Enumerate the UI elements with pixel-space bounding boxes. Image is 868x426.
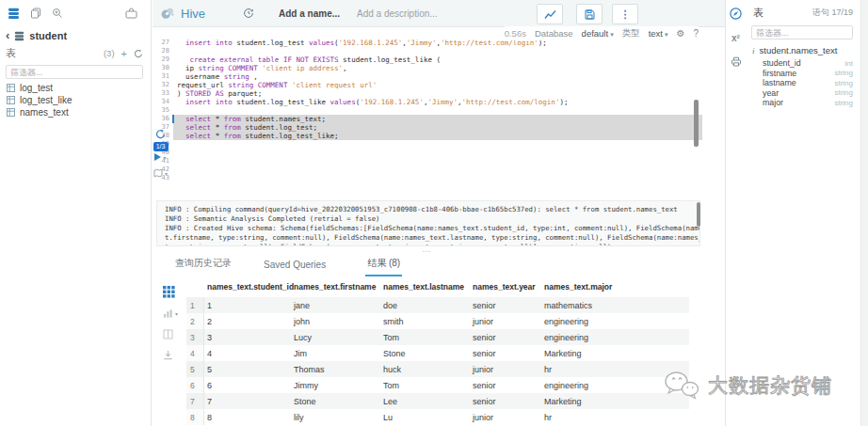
sidebar-table-item[interactable]: names_text xyxy=(0,106,151,118)
explain-menu-button[interactable]: ▾ xyxy=(153,168,169,178)
code-line[interactable]: 37 select * from student.log_test; xyxy=(153,123,702,132)
code-line[interactable]: 36 select * from student.names_text; xyxy=(153,115,702,123)
database-name: student xyxy=(29,30,67,41)
code-line[interactable]: 31 username string , xyxy=(153,72,702,81)
table-cell: 6 xyxy=(204,381,294,390)
table-row[interactable]: 33LucyTomseniorengineering xyxy=(186,329,689,345)
query-name-field[interactable]: Add a name... xyxy=(279,8,340,19)
help-icon[interactable]: ? xyxy=(693,28,699,39)
refresh-tables-icon[interactable] xyxy=(134,49,143,58)
grid-view-icon[interactable] xyxy=(163,286,178,298)
gear-icon[interactable]: ⚙ xyxy=(676,28,684,39)
table-cell: mathematics xyxy=(544,301,689,310)
databases-icon[interactable] xyxy=(8,8,20,20)
sidebar-filter-input[interactable] xyxy=(6,65,143,79)
code-line[interactable]: 38 select * from student.log_test_like; xyxy=(153,132,702,140)
search-icon[interactable] xyxy=(52,8,63,19)
editor-assistant-icon[interactable] xyxy=(730,8,742,20)
row-number: 8 xyxy=(186,409,204,425)
snippet-settings-bar: 0.56s Database default▾ 类型 text▾ ⚙ ? xyxy=(505,26,699,40)
results-header-row: names_text.student_idnames_text.firstnam… xyxy=(186,276,689,297)
table-name: log_test_like xyxy=(20,95,72,105)
type-select[interactable]: text▾ xyxy=(649,28,668,39)
column-header[interactable]: names_text.firstname xyxy=(294,282,383,292)
table-cell: 3 xyxy=(204,333,294,342)
tab-saved-queries[interactable]: Saved Queries xyxy=(262,257,328,276)
assist-title: 表 xyxy=(753,6,764,20)
column-name: lastname xyxy=(763,78,796,87)
code-line[interactable]: 29 create external table IF NOT EXISTS s… xyxy=(153,55,702,64)
tab-query-history[interactable]: 查询历史记录 xyxy=(173,254,233,276)
table-row[interactable]: 55Thomashuckjuniorhr xyxy=(186,361,689,377)
assist-column-row[interactable]: lastnamestring xyxy=(746,78,860,88)
table-name: log_test xyxy=(20,83,53,93)
table-row[interactable]: 88lilyLujuniorhr xyxy=(186,409,689,425)
table-row[interactable]: 77StoneLeeseniorMarketing xyxy=(186,393,689,409)
assist-column-row[interactable]: firstnamestring xyxy=(746,69,860,79)
row-number: 6 xyxy=(186,377,204,393)
page-scrollbar-gutter[interactable] xyxy=(860,0,868,426)
re-execute-icon[interactable] xyxy=(153,129,169,139)
columns-icon[interactable] xyxy=(163,329,178,339)
table-row[interactable]: 44JimStoneseniorMarketing xyxy=(186,345,689,361)
log-scrollbar[interactable] xyxy=(697,202,700,227)
execute-button[interactable]: ▾ xyxy=(153,153,169,161)
save-button[interactable] xyxy=(576,4,603,24)
sidebar-table-item[interactable]: log_test xyxy=(0,82,151,94)
column-header[interactable]: names_text.lastname xyxy=(383,282,473,292)
play-icon xyxy=(154,153,161,161)
database-breadcrumb[interactable]: ‹ student xyxy=(0,26,151,43)
sql-code-editor[interactable]: 27 insert into student.log_test values('… xyxy=(153,39,702,182)
query-description-field[interactable]: Add a description... xyxy=(357,8,438,19)
more-actions-button[interactable]: ⋮ xyxy=(612,4,638,24)
jobs-icon[interactable] xyxy=(125,8,137,19)
schedules-icon[interactable] xyxy=(731,56,742,67)
code-line[interactable]: 32request_url string COMMENT 'client req… xyxy=(153,81,702,89)
table-cell: 2 xyxy=(204,317,294,326)
column-header[interactable]: names_text.year xyxy=(473,282,544,292)
assist-panel-header: 表 语句 17/19 xyxy=(746,0,860,20)
column-header[interactable]: names_text.student_id xyxy=(204,282,294,292)
chevron-down-icon: ▾ xyxy=(665,31,668,38)
chart-view-icon[interactable]: ▾ xyxy=(163,308,178,319)
chart-button[interactable] xyxy=(537,4,563,24)
code-line[interactable]: 42 xyxy=(153,166,702,174)
assist-filter-input[interactable] xyxy=(751,25,853,39)
code-line[interactable]: 28 xyxy=(153,47,702,55)
code-line[interactable]: 40 xyxy=(153,149,702,157)
tab-results[interactable]: 结果 (8) xyxy=(365,254,402,276)
table-row[interactable]: 66JimmyTomseniorengineering xyxy=(186,377,689,393)
table-row[interactable]: 11janedoeseniormathematics xyxy=(186,297,689,313)
code-line[interactable]: 35 xyxy=(153,106,702,115)
tables-label: 表 xyxy=(6,46,16,60)
functions-icon[interactable]: x² xyxy=(731,33,740,43)
code-line[interactable]: 30 ip string COMMENT 'client ip address'… xyxy=(153,64,702,72)
database-select[interactable]: default▾ xyxy=(582,28,614,39)
table-cell: lily xyxy=(294,413,383,422)
table-cell: doe xyxy=(383,301,473,310)
table-grid-icon xyxy=(7,96,15,104)
code-line[interactable]: 43 xyxy=(153,174,702,182)
column-header[interactable]: names_text.major xyxy=(544,282,689,292)
left-assist-icon-bar xyxy=(0,0,151,26)
code-line[interactable]: 39 xyxy=(153,140,702,149)
query-history-icon[interactable] xyxy=(243,8,254,19)
back-chevron-icon[interactable]: ‹ xyxy=(6,31,9,40)
code-line[interactable]: 41 xyxy=(153,157,702,166)
assist-column-row[interactable]: yearstring xyxy=(746,88,860,99)
table-cell: Jim xyxy=(294,349,383,358)
sidebar-table-item[interactable]: log_test_like xyxy=(0,94,151,106)
table-cell: senior xyxy=(473,349,544,358)
documents-icon[interactable] xyxy=(30,8,41,19)
assist-active-table[interactable]: i student.names_text xyxy=(746,39,860,55)
code-line[interactable]: 33) STORED AS parquet; xyxy=(153,89,702,98)
right-assist-icon-bar: x² xyxy=(725,0,746,426)
assist-column-row[interactable]: majorstring xyxy=(746,98,860,108)
download-icon[interactable] xyxy=(163,350,178,360)
code-line[interactable]: 34 insert into student.log_test_like val… xyxy=(153,98,702,106)
editor-scrollbar[interactable] xyxy=(694,100,699,147)
table-row[interactable]: 22johnsmithjuniorengineering xyxy=(186,313,689,329)
info-icon[interactable]: i xyxy=(752,46,755,55)
add-table-icon[interactable]: + xyxy=(121,48,127,59)
assist-column-row[interactable]: student_idint xyxy=(746,58,860,69)
